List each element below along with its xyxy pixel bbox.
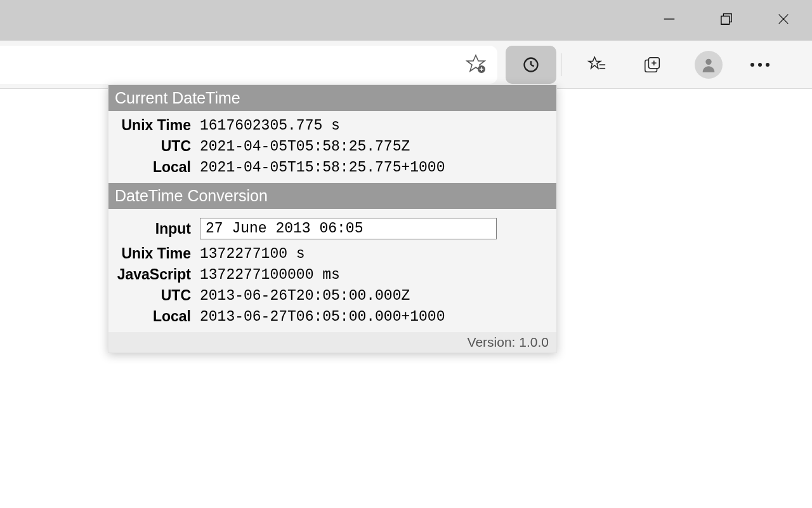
close-icon (776, 12, 790, 26)
row-current-utc: UTC 2021-04-05T05:58:25.775Z (108, 136, 556, 157)
bookmark-add-icon[interactable] (466, 53, 486, 76)
clock-icon (522, 56, 540, 74)
label-conv-utc: UTC (115, 287, 200, 304)
window-titlebar (0, 0, 812, 41)
row-current-local: Local 2021-04-05T15:58:25.775+1000 (108, 157, 556, 178)
collections-button[interactable] (625, 46, 681, 84)
toolbar-separator (561, 53, 561, 76)
favorites-button[interactable] (569, 46, 625, 84)
dot-icon (766, 63, 769, 67)
section-current-body: Unix Time 1617602305.775 s UTC 2021-04-0… (108, 111, 556, 183)
minimize-button[interactable] (641, 6, 698, 32)
row-conv-utc: UTC 2013-06-26T20:05:00.000Z (108, 285, 556, 306)
row-conv-unix: Unix Time 1372277100 s (108, 243, 556, 264)
section-header-conversion: DateTime Conversion (108, 183, 556, 209)
row-conv-local: Local 2013-06-27T06:05:00.000+1000 (108, 306, 556, 327)
label-input: Input (115, 220, 200, 237)
label-conv-local: Local (115, 308, 200, 325)
maximize-button[interactable] (698, 6, 755, 32)
settings-menu-button[interactable] (750, 63, 769, 67)
label-unix-time: Unix Time (115, 117, 200, 134)
value-conv-unix: 1372277100 s (200, 246, 305, 262)
value-utc: 2021-04-05T05:58:25.775Z (200, 138, 410, 155)
favorites-icon (587, 55, 606, 74)
svg-line-12 (531, 65, 534, 66)
dot-icon (750, 63, 754, 67)
value-conv-utc: 2013-06-26T20:05:00.000Z (200, 288, 410, 304)
svg-point-19 (705, 59, 711, 65)
label-conv-unix: Unix Time (115, 245, 200, 262)
svg-marker-13 (589, 57, 601, 69)
value-conv-js: 1372277100000 ms (200, 267, 340, 283)
row-current-unix: Unix Time 1617602305.775 s (108, 115, 556, 136)
dot-icon (758, 63, 762, 67)
value-unix-time: 1617602305.775 s (200, 117, 340, 134)
value-local: 2021-04-05T15:58:25.775+1000 (200, 159, 445, 176)
minimize-icon (662, 12, 676, 26)
label-utc: UTC (115, 138, 200, 155)
row-input: Input (108, 213, 556, 243)
browser-toolbar (0, 41, 812, 89)
section-conversion-body: Input Unix Time 1372277100 s JavaScript … (108, 209, 556, 332)
address-bar[interactable] (0, 46, 497, 84)
label-local: Local (115, 159, 200, 176)
row-conv-js: JavaScript 1372277100000 ms (108, 264, 556, 285)
profile-button[interactable] (695, 51, 723, 79)
svg-rect-2 (721, 16, 730, 24)
section-header-current: Current DateTime (108, 85, 556, 111)
extension-popup: Current DateTime Unix Time 1617602305.77… (108, 85, 557, 353)
value-conv-local: 2013-06-27T06:05:00.000+1000 (200, 309, 445, 325)
conversion-input[interactable] (200, 218, 497, 239)
collections-icon (643, 55, 662, 74)
toolbar-right (561, 46, 783, 84)
profile-icon (700, 56, 717, 74)
extension-button[interactable] (506, 46, 556, 84)
label-conv-js: JavaScript (115, 266, 200, 283)
close-button[interactable] (755, 6, 812, 32)
popup-footer: Version: 1.0.0 (108, 332, 556, 352)
maximize-icon (719, 12, 733, 26)
